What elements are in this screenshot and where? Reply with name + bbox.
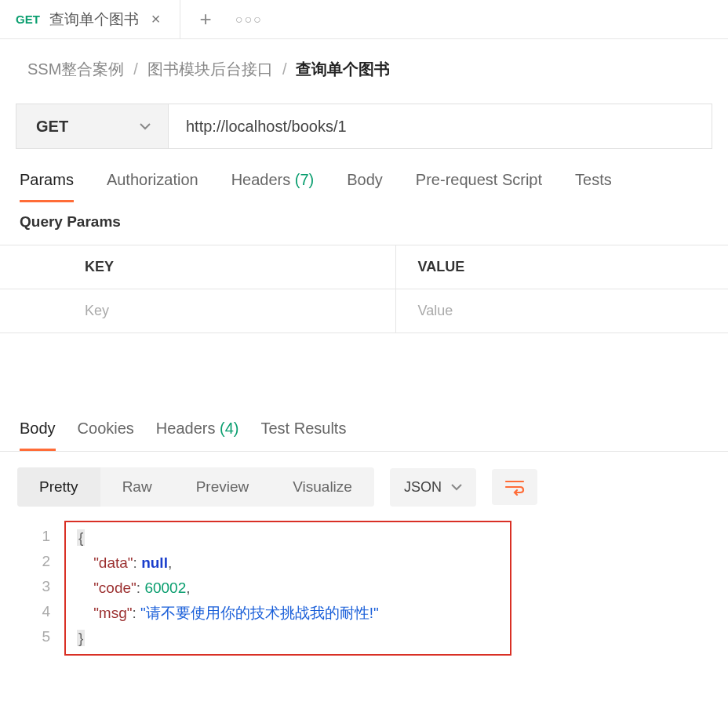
json-key-msg: "msg" bbox=[93, 605, 132, 621]
more-icon[interactable]: ○○○ bbox=[235, 13, 263, 27]
col-header-key: KEY bbox=[71, 245, 396, 289]
resp-tab-cookies[interactable]: Cookies bbox=[78, 420, 134, 451]
json-val-msg: "请不要使用你的技术挑战我的耐性!" bbox=[140, 605, 379, 621]
line-number: 5 bbox=[17, 624, 50, 649]
view-preview[interactable]: Preview bbox=[174, 467, 271, 507]
view-visualize[interactable]: Visualize bbox=[271, 467, 374, 507]
tab-prerequest[interactable]: Pre-request Script bbox=[416, 171, 542, 202]
breadcrumb-sep: / bbox=[282, 60, 287, 78]
resp-tab-body[interactable]: Body bbox=[20, 420, 56, 451]
breadcrumb: SSM整合案例 / 图书模块后台接口 / 查询单个图书 bbox=[0, 39, 728, 96]
request-tab[interactable]: GET 查询单个图书 × bbox=[0, 0, 180, 38]
json-key-code: "code" bbox=[93, 580, 136, 596]
method-select[interactable]: GET bbox=[16, 104, 169, 149]
breadcrumb-current: 查询单个图书 bbox=[296, 59, 390, 80]
tab-bar: GET 查询单个图书 × + ○○○ bbox=[0, 0, 728, 39]
col-header-value: VALUE bbox=[396, 259, 729, 275]
response-body: 1 2 3 4 5 { "data": null, "code": 60002,… bbox=[17, 521, 711, 656]
code-box[interactable]: { "data": null, "code": 60002, "msg": "请… bbox=[64, 521, 511, 656]
wrap-button[interactable] bbox=[492, 469, 537, 505]
wrap-icon bbox=[504, 478, 525, 496]
method-value: GET bbox=[36, 118, 68, 136]
value-input[interactable]: Value bbox=[396, 303, 729, 319]
line-number: 3 bbox=[17, 574, 50, 599]
url-input[interactable]: http://localhost/books/1 bbox=[169, 104, 712, 149]
table-input-row[interactable]: Key Value bbox=[0, 289, 728, 333]
url-value: http://localhost/books/1 bbox=[186, 118, 347, 136]
chevron-down-icon bbox=[451, 484, 462, 491]
request-bar: GET http://localhost/books/1 bbox=[16, 104, 712, 149]
json-close-brace: } bbox=[77, 630, 85, 646]
tab-authorization[interactable]: Authorization bbox=[107, 171, 198, 202]
tab-headers[interactable]: Headers (7) bbox=[231, 171, 315, 202]
chevron-down-icon bbox=[140, 120, 151, 133]
json-open-brace: { bbox=[77, 529, 85, 546]
view-pretty[interactable]: Pretty bbox=[17, 467, 100, 507]
tab-headers-label: Headers bbox=[231, 171, 295, 188]
request-tabs: Params Authorization Headers (7) Body Pr… bbox=[0, 149, 728, 202]
params-table: KEY VALUE Key Value bbox=[0, 245, 728, 333]
resp-tab-tests[interactable]: Test Results bbox=[260, 420, 346, 451]
json-key-data: "data" bbox=[93, 554, 133, 571]
view-raw[interactable]: Raw bbox=[100, 467, 174, 507]
tab-body[interactable]: Body bbox=[347, 171, 383, 202]
table-header-row: KEY VALUE bbox=[0, 245, 728, 289]
breadcrumb-sep: / bbox=[133, 60, 138, 78]
tab-title: 查询单个图书 bbox=[49, 9, 139, 30]
line-numbers: 1 2 3 4 5 bbox=[17, 521, 64, 656]
tab-actions: + ○○○ bbox=[200, 7, 263, 31]
line-number: 4 bbox=[17, 599, 50, 624]
close-icon[interactable]: × bbox=[148, 7, 164, 31]
format-value: JSON bbox=[404, 479, 442, 496]
tab-params[interactable]: Params bbox=[20, 171, 74, 202]
response-tabs: Body Cookies Headers (4) Test Results bbox=[0, 420, 728, 452]
resp-tab-headers[interactable]: Headers (4) bbox=[156, 420, 239, 451]
tab-method: GET bbox=[16, 13, 40, 26]
line-number: 2 bbox=[17, 549, 50, 574]
resp-headers-count: (4) bbox=[220, 420, 238, 437]
key-input[interactable]: Key bbox=[71, 289, 396, 333]
line-number: 1 bbox=[17, 524, 50, 549]
breadcrumb-item[interactable]: SSM整合案例 bbox=[27, 59, 124, 80]
tab-tests[interactable]: Tests bbox=[575, 171, 612, 202]
breadcrumb-item[interactable]: 图书模块后台接口 bbox=[147, 59, 273, 80]
query-params-label: Query Params bbox=[0, 202, 728, 245]
json-val-null: null bbox=[141, 554, 168, 571]
resp-headers-label: Headers bbox=[156, 420, 220, 437]
view-row: Pretty Raw Preview Visualize JSON bbox=[0, 452, 728, 507]
new-tab-button[interactable]: + bbox=[200, 7, 212, 31]
view-tabs: Pretty Raw Preview Visualize bbox=[17, 467, 374, 507]
json-val-code: 60002 bbox=[144, 580, 186, 596]
format-select[interactable]: JSON bbox=[390, 468, 476, 507]
headers-count: (7) bbox=[295, 171, 314, 188]
